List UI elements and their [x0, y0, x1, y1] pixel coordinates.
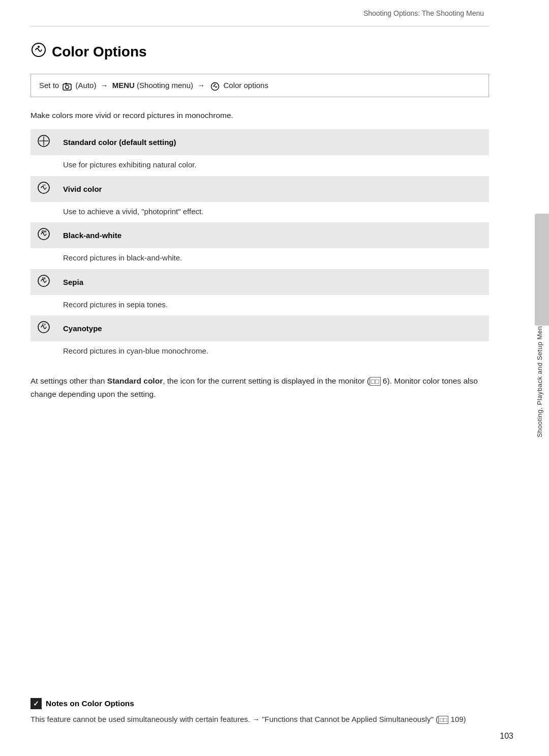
body-text-bold: Standard color [107, 376, 163, 385]
notes-section: ✓ Notes on Color Options This feature ca… [30, 698, 508, 725]
ref-icon-2: □□ [438, 716, 449, 724]
table-row: BW Black-and-white [30, 222, 489, 248]
auto-camera-icon [61, 80, 73, 92]
side-tab-bar [535, 214, 549, 326]
notes-title: Notes on Color Options [46, 699, 134, 708]
svg-point-1 [38, 46, 40, 48]
setup-path-auto: (Auto) [76, 81, 97, 90]
standard-color-icon-cell [30, 129, 57, 155]
table-row: Use to achieve a vivid, "photoprint" eff… [30, 202, 489, 223]
page-number: 103 [500, 732, 513, 741]
arrow2: → [197, 81, 207, 90]
color-icon-inline [209, 80, 221, 92]
table-row: Record pictures in black-and-white. [30, 248, 489, 269]
page-title-section: Color Options [30, 42, 489, 62]
option-label-3: Sepia [57, 269, 489, 295]
vivid-color-icon-cell: VI [30, 176, 57, 202]
ref-icon-1: □□ [370, 377, 381, 386]
svg-point-3 [66, 85, 69, 89]
option-label-0: Standard color (default setting) [57, 129, 489, 155]
notes-text: This feature cannot be used simultaneous… [30, 713, 508, 725]
options-table: Standard color (default setting) Use for… [30, 129, 489, 362]
shooting-menu-label: (Shooting menu) [137, 81, 195, 90]
table-row: Record pictures in cyan-blue monochrome. [30, 341, 489, 362]
option-desc-1: Use to achieve a vivid, "photoprint" eff… [30, 202, 489, 223]
notes-header: ✓ Notes on Color Options [30, 698, 508, 709]
svg-text:SE: SE [42, 277, 46, 280]
table-row: Record pictures in sepia tones. [30, 295, 489, 316]
option-desc-0: Use for pictures exhibiting natural colo… [30, 155, 489, 176]
table-row: Standard color (default setting) [30, 129, 489, 155]
arrow1: → [101, 81, 110, 90]
option-label-2: Black-and-white [57, 222, 489, 248]
header-breadcrumb: Shooting Options: The Shooting Menu [363, 9, 484, 17]
option-desc-3: Record pictures in sepia tones. [30, 295, 489, 316]
menu-label: MENU [112, 81, 135, 90]
body-text: At settings other than Standard color, t… [30, 374, 489, 400]
table-row: CY Cyanotype [30, 315, 489, 341]
page-title-text: Color Options [52, 44, 147, 60]
table-row: VI Vivid color [30, 176, 489, 202]
bw-color-icon-cell: BW [30, 222, 57, 248]
setup-path-set: Set to [39, 81, 59, 90]
svg-text:BW: BW [42, 230, 47, 233]
color-options-title-icon [30, 42, 47, 62]
svg-point-6 [215, 84, 216, 85]
table-row: SE Sepia [30, 269, 489, 295]
option-desc-4: Record pictures in cyan-blue monochrome. [30, 341, 489, 362]
option-desc-2: Record pictures in black-and-white. [30, 248, 489, 269]
cyanotype-color-icon-cell: CY [30, 315, 57, 341]
svg-text:CY: CY [42, 323, 46, 326]
checkmark-icon: ✓ [30, 698, 42, 709]
side-tab-label: Shooting, Playback and Setup Menus [536, 318, 543, 438]
option-label-1: Vivid color [57, 176, 489, 202]
intro-text: Make colors more vivid or record picture… [30, 109, 489, 121]
sepia-color-icon-cell: SE [30, 269, 57, 295]
svg-rect-4 [65, 83, 67, 84]
color-options-label: Color options [224, 81, 268, 90]
table-row: Use for pictures exhibiting natural colo… [30, 155, 489, 176]
setup-path-box: Set to (Auto) → MENU (Shooting menu) → [30, 74, 489, 97]
page-header: Shooting Options: The Shooting Menu [30, 0, 489, 26]
side-tab: Shooting, Playback and Setup Menus [530, 0, 549, 756]
svg-text:VI: VI [43, 184, 46, 187]
option-label-4: Cyanotype [57, 315, 489, 341]
